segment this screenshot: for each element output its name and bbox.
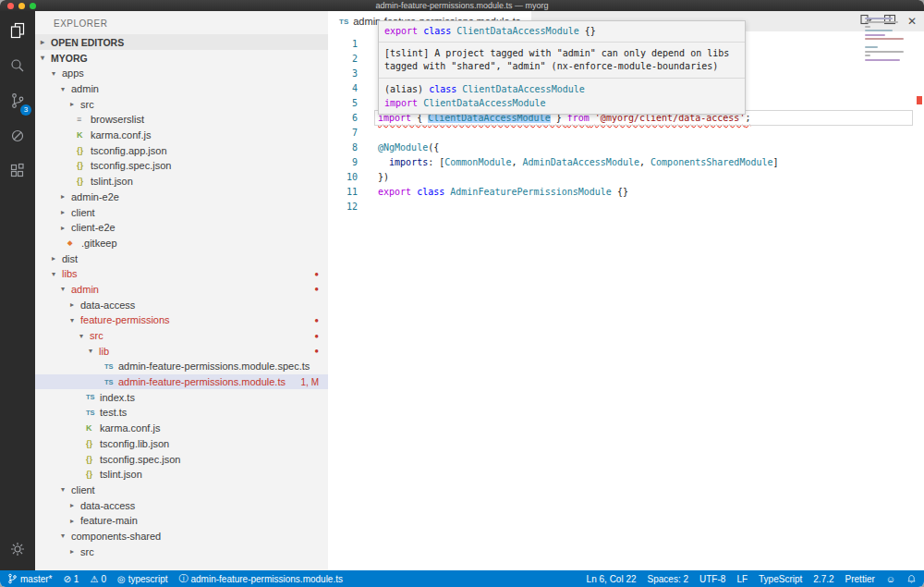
minimap-line	[865, 51, 904, 53]
extensions-activity-button[interactable]	[0, 155, 35, 190]
debug-activity-button[interactable]	[0, 120, 35, 155]
code-line-11[interactable]: 11export class AdminFeaturePermissionsMo…	[328, 185, 924, 200]
tree-item-client[interactable]: ▸client	[35, 204, 328, 220]
tree-item-label: feature-main	[80, 515, 138, 526]
code-line-10[interactable]: 10})	[328, 170, 924, 185]
tree-item-label: src	[80, 99, 94, 110]
tree-item-feature-permissions[interactable]: ▾feature-permissions●	[35, 312, 328, 328]
tree-item-index-ts[interactable]: TSindex.ts	[35, 389, 328, 405]
tree-item--gitkeep[interactable]: ◆.gitkeep	[35, 236, 328, 251]
settings-button[interactable]	[0, 541, 35, 561]
tree-item-data-access[interactable]: ▸data-access	[35, 297, 328, 312]
status-notifications[interactable]	[906, 570, 917, 587]
tree-item-label: .gitkeep	[81, 238, 117, 249]
tree-item-components-shared[interactable]: ▾components-shared	[35, 529, 328, 544]
error-icon: ⊘	[63, 574, 70, 584]
status-warnings[interactable]: ⚠0	[90, 570, 106, 587]
tree-item-feature-main[interactable]: ▸feature-main	[35, 513, 328, 529]
code-token: ClientDataAccessModule	[456, 26, 578, 36]
tree-item-src[interactable]: ▸src	[35, 96, 328, 112]
chevron-right-icon: ▸	[61, 224, 71, 232]
code-token: ComponentsSharedModule	[650, 157, 772, 167]
line-number: 8	[328, 141, 365, 155]
overview-ruler-error-mark	[917, 96, 922, 104]
close-editor-button[interactable]: ✕	[907, 16, 917, 27]
tree-item-tslint-json[interactable]: {}tslint.json	[35, 174, 328, 190]
status-git-branch[interactable]: master*	[7, 570, 52, 587]
tree-item-admin-e2e[interactable]: ▸admin-e2e	[35, 190, 328, 205]
status-feedback[interactable]: ☺	[886, 570, 895, 587]
code-line-7[interactable]: 7	[328, 126, 924, 141]
chevron-down-icon: ▾	[52, 69, 62, 78]
tree-item-admin[interactable]: ▾admin	[35, 81, 328, 97]
status-indentation[interactable]: Spaces: 2	[648, 570, 688, 587]
tree-item-label: dist	[62, 253, 78, 264]
extensions-icon	[8, 162, 27, 184]
tree-item-admin-feature-permissions-module-ts[interactable]: TSadmin-feature-permissions.module.ts1, …	[35, 374, 328, 390]
minimap-line	[865, 21, 898, 23]
tree-item-src[interactable]: ▾src●	[35, 328, 328, 344]
close-window-button[interactable]	[7, 3, 14, 9]
zoom-window-button[interactable]	[30, 3, 36, 9]
code-token: export	[378, 187, 417, 197]
tree-item-label: src	[80, 546, 94, 557]
workspace-section-header[interactable]: ▾ MYORG	[35, 50, 328, 66]
tree-item-src[interactable]: ▸src	[35, 544, 328, 559]
status-typescript-status[interactable]: ◎typescript	[117, 570, 168, 587]
tree-item-client-e2e[interactable]: ▸client-e2e	[35, 220, 328, 236]
tree-item-data-access[interactable]: ▸data-access	[35, 497, 328, 513]
tree-item-admin[interactable]: ▾admin●	[35, 282, 328, 298]
tree-item-label: admin-feature-permissions.module.spec.ts	[118, 361, 310, 372]
search-activity-button[interactable]	[0, 50, 35, 85]
tree-item-label: feature-permissions	[80, 314, 170, 325]
status-errors-label: 1	[74, 574, 79, 584]
tree-item-test-ts[interactable]: TStest.ts	[35, 405, 328, 421]
tree-item-apps[interactable]: ▾apps	[35, 66, 328, 81]
tree-item-tslint-json[interactable]: {}tslint.json	[35, 467, 328, 483]
open-editors-section-header[interactable]: ▸ OPEN EDITORS	[35, 34, 328, 50]
status-formatter[interactable]: Prettier	[845, 570, 875, 587]
tree-item-label: src	[90, 330, 103, 341]
status-language-mode[interactable]: TypeScript	[759, 570, 802, 587]
json-file-icon: {}	[77, 177, 91, 186]
status-errors[interactable]: ⊘1	[63, 570, 79, 587]
tree-item-tsconfig-lib-json[interactable]: {}tsconfig.lib.json	[35, 436, 328, 452]
line-number: 5	[328, 96, 365, 111]
tree-item-tsconfig-spec-json[interactable]: {}tsconfig.spec.json	[35, 158, 328, 174]
tree-item-browserslist[interactable]: ≡browserslist	[35, 112, 328, 128]
status-cursor-position[interactable]: Ln 6, Col 22	[587, 570, 637, 587]
minimap-line	[865, 46, 878, 48]
tree-item-label: client	[71, 207, 95, 218]
code-line-9[interactable]: 9 imports: [CommonModule, AdminDataAcces…	[328, 155, 924, 170]
tree-item-tsconfig-app-json[interactable]: {}tsconfig.app.json	[35, 142, 328, 158]
code-token: import	[384, 98, 423, 108]
tree-item-libs[interactable]: ▾libs●	[35, 266, 328, 282]
tree-item-label: data-access	[80, 500, 135, 511]
tree-item-admin-feature-permissions-module-spec-ts[interactable]: TSadmin-feature-permissions.module.spec.…	[35, 359, 328, 374]
title-bar[interactable]: admin-feature-permissions.module.ts — my…	[0, 0, 924, 11]
source-control-activity-button[interactable]: 3	[0, 85, 35, 120]
tree-item-client[interactable]: ▾client	[35, 483, 328, 498]
minimize-window-button[interactable]	[18, 3, 25, 9]
minimap[interactable]	[865, 15, 904, 63]
code-token: CommonModule	[444, 157, 511, 167]
code-line-8[interactable]: 8@NgModule({	[328, 141, 924, 155]
chevron-right-icon: ▸	[41, 38, 51, 46]
status-encoding-label: UTF-8	[699, 574, 725, 584]
code-token: class	[423, 26, 456, 36]
status-ts-version[interactable]: 2.7.2	[813, 570, 833, 587]
minimap-line	[865, 43, 904, 44]
tree-item-lib[interactable]: ▾lib●	[35, 343, 328, 359]
tree-item-tsconfig-spec-json[interactable]: {}tsconfig.spec.json	[35, 451, 328, 467]
tree-item-karma-conf-js[interactable]: Kkarma.conf.js	[35, 421, 328, 436]
tree-item-karma-conf-js[interactable]: Kkarma.conf.js	[35, 128, 328, 143]
status-active-file-info[interactable]: ⓘadmin-feature-permissions.module.ts	[178, 570, 343, 587]
tree-item-dist[interactable]: ▸dist	[35, 251, 328, 266]
files-icon	[8, 21, 27, 43]
chevron-right-icon: ▸	[70, 501, 80, 509]
status-eol[interactable]: LF	[736, 570, 748, 587]
status-encoding[interactable]: UTF-8	[699, 570, 725, 587]
explorer-activity-button[interactable]	[0, 15, 35, 50]
code-line-12[interactable]: 12	[328, 200, 924, 214]
error-dot-indicator: ●	[314, 270, 319, 278]
